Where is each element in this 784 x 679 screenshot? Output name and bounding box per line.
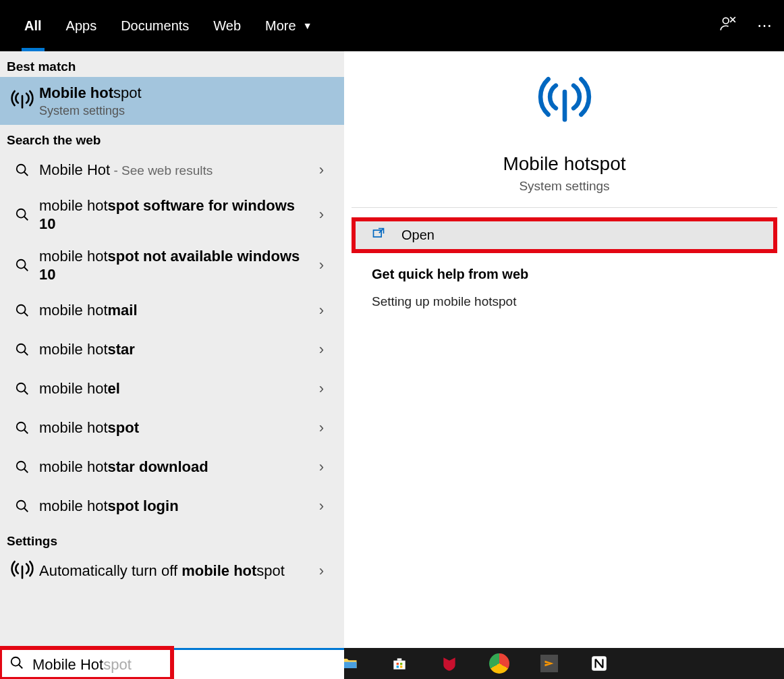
chevron-right-icon[interactable]: › [312,341,337,358]
search-icon [7,373,38,404]
svg-point-2 [17,209,26,218]
svg-rect-13 [397,663,399,665]
svg-rect-15 [397,666,399,668]
chevron-down-icon: ▼ [303,20,312,31]
svg-point-5 [17,344,26,352]
search-icon [7,412,38,443]
section-best-match: Best match [0,51,344,77]
sublime-icon[interactable] [528,648,570,679]
detail-panel: Mobile hotspot System settings Open Get … [344,51,784,648]
result-title: mobile hotstar download [39,458,311,477]
svg-point-4 [17,304,26,313]
result-subtitle: System settings [39,104,336,118]
search-input-container[interactable]: Mobile Hotspot [0,648,172,679]
settings-result[interactable]: Automatically turn off mobile hotspot › [0,551,344,591]
web-result[interactable]: Mobile Hot - See web results › [0,151,344,190]
hotspot-icon [7,555,38,587]
web-result[interactable]: mobile hotspot not available windows 10 … [0,240,344,291]
result-title: mobile hotstar [39,340,311,359]
search-icon [7,491,38,522]
tab-more[interactable]: More▼ [253,0,324,51]
svg-point-1 [17,164,26,173]
open-label: Open [401,227,435,243]
result-title: mobile hotmail [39,301,311,320]
more-options-icon[interactable]: ⋯ [757,17,772,34]
svg-point-3 [17,260,26,269]
search-icon [7,250,38,281]
chevron-right-icon[interactable]: › [312,497,337,515]
web-result[interactable]: mobile hotmail › [0,291,344,330]
search-icon [7,199,38,230]
web-result[interactable]: mobile hotspot login › [0,487,344,526]
result-title: mobile hotspot login [39,497,311,516]
filter-tab-bar: All Apps Documents Web More▼ ⋯ [0,0,784,51]
hotspot-icon [534,72,595,134]
section-settings: Settings [0,526,344,551]
search-icon [7,334,38,365]
open-button[interactable]: Open [352,217,777,253]
svg-rect-14 [400,663,402,665]
result-title: mobile hotel [39,379,311,398]
section-search-web: Search the web [0,125,344,151]
svg-point-11 [11,657,20,666]
svg-rect-17 [540,655,558,672]
svg-point-0 [723,18,729,24]
svg-point-7 [17,422,26,431]
svg-rect-16 [400,666,402,668]
chrome-icon[interactable] [478,648,520,679]
hotspot-icon [7,85,38,116]
chevron-right-icon[interactable]: › [312,302,337,319]
best-match-result[interactable]: Mobile hotspot System settings [0,77,344,125]
chevron-right-icon[interactable]: › [312,161,337,179]
tab-documents[interactable]: Documents [109,0,201,51]
svg-point-6 [17,383,26,391]
help-link[interactable]: Setting up mobile hotspot [372,294,757,309]
search-icon [7,295,38,326]
results-panel: Best match Mobile hotspot System setting… [0,51,344,648]
tab-web[interactable]: Web [201,0,253,51]
search-icon [7,452,38,483]
chevron-right-icon[interactable]: › [312,562,337,580]
search-icon [9,655,24,674]
web-result[interactable]: mobile hotstar › [0,330,344,369]
result-title: mobile hotspot not available windows 10 [39,247,311,284]
detail-title: Mobile hotspot [352,153,777,175]
result-title: mobile hotspot [39,418,311,437]
web-result[interactable]: mobile hotspot software for windows 10 › [0,190,344,240]
chevron-right-icon[interactable]: › [312,419,337,437]
chevron-right-icon[interactable]: › [312,458,337,476]
feedback-icon[interactable] [719,15,737,36]
help-heading: Get quick help from web [372,267,757,282]
microsoft-store-icon[interactable] [379,648,420,679]
result-title: Mobile Hot - See web results [39,161,311,180]
tab-apps[interactable]: Apps [54,0,109,51]
taskbar-row: Mobile Hotspot [0,648,784,679]
svg-point-9 [17,500,26,509]
chevron-right-icon[interactable]: › [312,380,337,398]
result-title: Mobile hotspot [39,84,336,103]
result-title: Automatically turn off mobile hotspot [39,562,311,580]
open-icon [372,227,385,244]
chevron-right-icon[interactable]: › [312,256,337,274]
notion-icon[interactable] [578,648,620,679]
search-input-extension [172,648,344,679]
web-result[interactable]: mobile hotspot › [0,408,344,447]
chevron-right-icon[interactable]: › [312,206,337,223]
detail-subtitle: System settings [352,179,777,194]
search-input[interactable] [32,656,163,674]
web-result[interactable]: mobile hotel › [0,369,344,408]
tab-all[interactable]: All [12,0,54,51]
search-icon [7,155,38,186]
web-result[interactable]: mobile hotstar download › [0,447,344,487]
mcafee-icon[interactable] [428,648,470,679]
result-title: mobile hotspot software for windows 10 [39,196,311,234]
svg-point-8 [17,461,26,470]
